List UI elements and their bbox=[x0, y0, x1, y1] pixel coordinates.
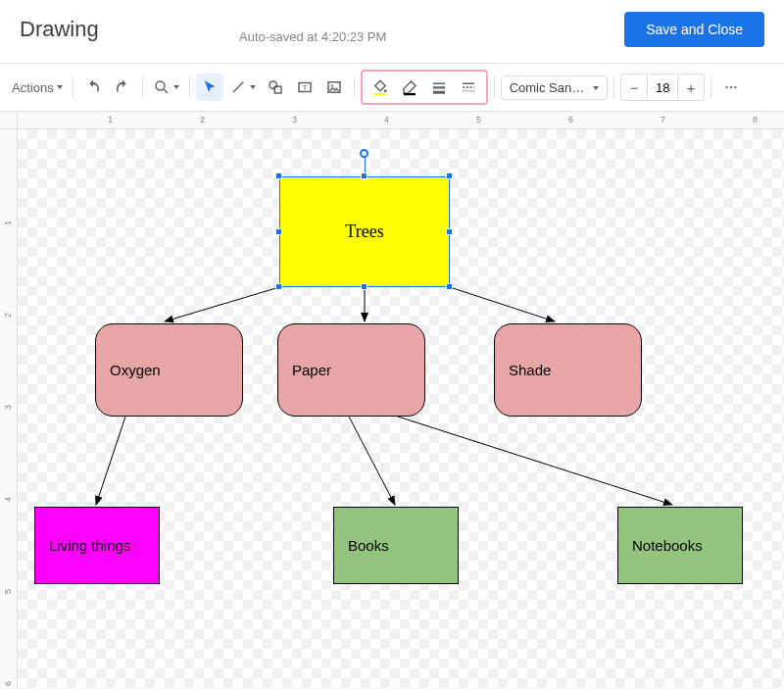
node-living-things[interactable]: Living things bbox=[34, 507, 160, 584]
dialog-title: Drawing bbox=[20, 17, 99, 42]
node-living-label: Living things bbox=[49, 537, 130, 554]
increase-font-button[interactable]: + bbox=[678, 74, 704, 100]
actions-menu[interactable]: Actions bbox=[8, 74, 67, 101]
separator bbox=[613, 76, 614, 98]
svg-point-18 bbox=[726, 86, 728, 88]
node-shade[interactable]: Shade bbox=[494, 323, 642, 417]
svg-line-26 bbox=[398, 417, 672, 505]
font-size-control: − + bbox=[620, 74, 705, 101]
font-size-input[interactable] bbox=[647, 75, 678, 99]
resize-handle-se[interactable] bbox=[446, 283, 453, 290]
undo-button[interactable] bbox=[79, 74, 107, 101]
image-tool[interactable] bbox=[320, 74, 348, 101]
drawing-canvas[interactable]: Trees Oxygen Paper Shade Living things B… bbox=[18, 129, 784, 689]
shape-tool[interactable] bbox=[262, 74, 289, 101]
resize-handle-s[interactable] bbox=[361, 283, 368, 290]
header-bar: Drawing Auto-saved at 4:20:23 PM Save an… bbox=[0, 0, 784, 64]
svg-rect-11 bbox=[404, 93, 416, 95]
separator bbox=[710, 76, 711, 98]
redo-button[interactable] bbox=[109, 74, 136, 101]
node-shade-label: Shade bbox=[509, 362, 551, 378]
resize-handle-sw[interactable] bbox=[275, 283, 282, 290]
separator bbox=[494, 76, 495, 98]
svg-line-1 bbox=[164, 89, 168, 93]
svg-point-3 bbox=[270, 81, 277, 89]
style-tools-highlighted bbox=[361, 70, 488, 105]
svg-line-23 bbox=[450, 287, 555, 321]
svg-text:T: T bbox=[302, 83, 307, 92]
resize-handle-e[interactable] bbox=[446, 228, 453, 235]
node-paper-label: Paper bbox=[292, 362, 331, 378]
zoom-menu[interactable] bbox=[149, 74, 183, 101]
svg-line-25 bbox=[349, 417, 395, 505]
svg-line-24 bbox=[96, 417, 125, 505]
svg-rect-12 bbox=[433, 83, 445, 85]
font-family-select[interactable]: Comic San… bbox=[501, 75, 609, 100]
save-and-close-button[interactable]: Save and Close bbox=[624, 12, 764, 47]
textbox-tool[interactable]: T bbox=[291, 74, 318, 101]
border-dash-button[interactable] bbox=[455, 74, 482, 101]
svg-point-8 bbox=[330, 84, 332, 86]
line-tool[interactable] bbox=[225, 74, 260, 101]
horizontal-ruler[interactable]: 1 2 3 4 5 6 7 8 bbox=[18, 112, 784, 129]
rotation-handle[interactable] bbox=[360, 149, 368, 158]
border-color-button[interactable] bbox=[396, 74, 423, 101]
separator bbox=[142, 76, 143, 98]
resize-handle-ne[interactable] bbox=[446, 172, 453, 179]
svg-point-9 bbox=[383, 89, 386, 92]
toolbar: Actions T Comic San… − + bbox=[0, 64, 784, 112]
svg-point-19 bbox=[730, 86, 732, 88]
svg-point-20 bbox=[735, 86, 737, 88]
border-weight-button[interactable] bbox=[425, 74, 453, 101]
svg-rect-13 bbox=[433, 86, 445, 88]
svg-rect-14 bbox=[433, 91, 445, 94]
canvas-area: 1 2 3 4 5 6 7 8 1 2 3 4 5 6 Trees bbox=[0, 112, 784, 689]
decrease-font-button[interactable]: − bbox=[621, 74, 647, 100]
separator bbox=[189, 76, 190, 98]
node-oxygen-label: Oxygen bbox=[110, 362, 161, 378]
svg-line-21 bbox=[165, 287, 279, 321]
resize-handle-w[interactable] bbox=[275, 228, 282, 235]
node-books[interactable]: Books bbox=[333, 507, 459, 584]
node-books-label: Books bbox=[348, 537, 389, 554]
resize-handle-nw[interactable] bbox=[275, 172, 282, 179]
svg-line-2 bbox=[232, 82, 243, 93]
node-oxygen[interactable]: Oxygen bbox=[95, 323, 243, 417]
node-notebooks[interactable]: Notebooks bbox=[617, 507, 743, 584]
node-notebooks-label: Notebooks bbox=[632, 537, 703, 554]
separator bbox=[73, 76, 74, 98]
ruler-corner bbox=[0, 112, 18, 129]
node-paper[interactable]: Paper bbox=[277, 323, 425, 417]
node-trees-label: Trees bbox=[345, 221, 383, 242]
separator bbox=[354, 76, 355, 98]
vertical-ruler[interactable]: 1 2 3 4 5 6 bbox=[0, 129, 18, 689]
select-tool[interactable] bbox=[196, 74, 223, 101]
node-trees[interactable]: Trees bbox=[279, 176, 450, 287]
autosave-status: Auto-saved at 4:20:23 PM bbox=[239, 29, 386, 44]
more-options-button[interactable] bbox=[717, 74, 745, 101]
svg-rect-10 bbox=[374, 93, 386, 95]
svg-point-0 bbox=[156, 81, 165, 90]
fill-color-button[interactable] bbox=[367, 74, 394, 101]
resize-handle-n[interactable] bbox=[361, 172, 368, 179]
